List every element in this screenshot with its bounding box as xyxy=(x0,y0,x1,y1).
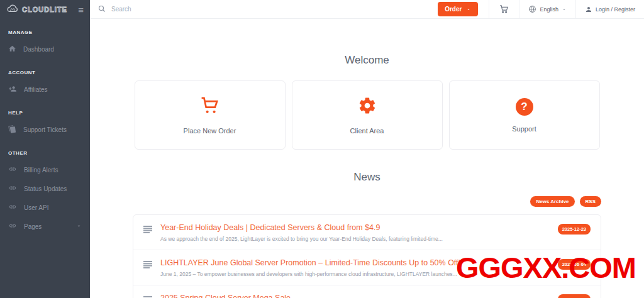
card-label: Support xyxy=(512,125,536,133)
brand-name: CLOUDLITE xyxy=(22,6,67,13)
news-archive-button[interactable]: News Archive xyxy=(530,196,574,207)
card-label: Place New Order xyxy=(184,127,236,135)
gear-icon xyxy=(358,96,377,118)
news-item-title[interactable]: 2025 Spring Cloud Server Mega Sale xyxy=(160,294,550,298)
sidebar-section-help: HELP xyxy=(0,99,90,120)
topbar-actions: Order English Login / Register xyxy=(427,0,644,18)
language-label: English xyxy=(540,6,558,13)
cloud-icon xyxy=(6,4,18,15)
question-icon: ? xyxy=(516,98,533,116)
hamburger-icon[interactable]: ≡ xyxy=(78,5,84,14)
rss-button[interactable]: RSS xyxy=(580,196,601,207)
person-add-icon xyxy=(8,85,17,94)
search-input[interactable] xyxy=(111,6,300,13)
sidebar-item-label: User API xyxy=(24,204,48,211)
welcome-heading: Welcome xyxy=(90,54,644,67)
cart-icon xyxy=(200,96,219,118)
client-area-card[interactable]: Client Area xyxy=(292,80,443,150)
sidebar-item-status-updates[interactable]: Status Updates xyxy=(0,179,90,198)
news-actions: News Archive RSS xyxy=(133,196,601,207)
person-icon xyxy=(585,6,592,13)
search-bar xyxy=(98,4,427,15)
tickets-icon xyxy=(8,125,16,135)
sidebar-item-user-api[interactable]: User API xyxy=(0,198,90,217)
sidebar: CLOUDLITE ≡ MANAGE Dashboard ACCOUNT Aff… xyxy=(0,0,90,298)
language-selector[interactable]: English xyxy=(519,5,575,13)
news-item-body: 2025 Spring Cloud Server Mega Sale xyxy=(160,294,550,298)
sidebar-item-affiliates[interactable]: Affiliates xyxy=(0,80,90,99)
sidebar-section-manage: MANAGE xyxy=(0,19,90,40)
link-icon xyxy=(8,203,17,212)
chevron-down-icon xyxy=(466,7,471,12)
order-button-label: Order xyxy=(445,6,462,13)
article-icon xyxy=(143,224,152,236)
news-heading: News xyxy=(90,171,644,184)
watermark: GGGXX.COM xyxy=(456,250,636,285)
order-button[interactable]: Order xyxy=(438,2,478,16)
sidebar-section-other: OTHER xyxy=(0,140,90,160)
place-new-order-card[interactable]: Place New Order xyxy=(135,80,286,150)
chevron-down-icon xyxy=(76,223,82,230)
news-date-badge: 2025-12-23 xyxy=(558,224,591,235)
sidebar-item-dashboard[interactable]: Dashboard xyxy=(0,40,90,59)
article-icon xyxy=(143,295,152,298)
link-icon xyxy=(8,222,17,231)
globe-icon xyxy=(528,5,536,13)
sidebar-item-support-tickets[interactable]: Support Tickets xyxy=(0,120,90,140)
support-card[interactable]: ? Support xyxy=(449,80,600,150)
article-icon xyxy=(143,260,152,271)
news-item-body: Year-End Holiday Deals | Dedicated Serve… xyxy=(160,223,550,242)
sidebar-item-label: Billing Alerts xyxy=(24,167,58,174)
topbar: Order English Login / Register xyxy=(90,0,644,19)
cart-icon[interactable] xyxy=(489,4,519,14)
sidebar-item-label: Status Updates xyxy=(24,185,67,192)
login-register-link[interactable]: Login / Register xyxy=(576,6,644,13)
card-label: Client Area xyxy=(350,127,384,135)
news-item-excerpt: As we approach the end of 2025, LightLay… xyxy=(160,236,550,242)
sidebar-item-pages[interactable]: Pages xyxy=(0,217,90,236)
chevron-down-icon xyxy=(562,7,567,12)
news-date-badge: 2025-02-14 xyxy=(558,294,591,298)
quick-action-cards: Place New Order Client Area ? Support xyxy=(135,80,600,150)
sidebar-item-label: Support Tickets xyxy=(23,126,67,133)
search-icon xyxy=(98,4,106,15)
link-icon xyxy=(8,184,17,193)
news-item[interactable]: Year-End Holiday Deals | Dedicated Serve… xyxy=(133,215,601,250)
sidebar-item-label: Pages xyxy=(24,223,42,230)
link-icon xyxy=(8,165,17,174)
home-icon xyxy=(8,45,16,54)
login-register-label: Login / Register xyxy=(596,6,635,13)
sidebar-item-label: Affiliates xyxy=(24,86,48,93)
sidebar-section-account: ACCOUNT xyxy=(0,59,90,80)
sidebar-item-billing-alerts[interactable]: Billing Alerts xyxy=(0,160,90,179)
brand[interactable]: CLOUDLITE ≡ xyxy=(0,0,90,19)
sidebar-item-label: Dashboard xyxy=(23,46,54,53)
news-item-title[interactable]: Year-End Holiday Deals | Dedicated Serve… xyxy=(160,223,550,232)
news-item[interactable]: 2025 Spring Cloud Server Mega Sale 2025-… xyxy=(133,285,601,298)
